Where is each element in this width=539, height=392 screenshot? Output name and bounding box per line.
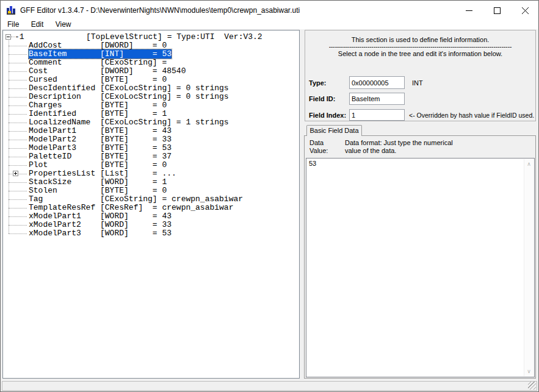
selected-tree-node-text: BaseItem [INT] = 53 xyxy=(29,49,172,59)
tree-node-stolen[interactable]: Stolen [BYTE] = 0 xyxy=(29,187,167,195)
data-value-textarea[interactable]: 53 ∧ ∨ xyxy=(306,158,535,377)
tree-node-templateresref[interactable]: TemplateResRef [CResRef] = crewpn_asabiw… xyxy=(29,204,233,212)
minimize-button[interactable] xyxy=(455,1,483,20)
tree-node-localizedname[interactable]: LocalizedName [CExoLocString] = 1 string… xyxy=(29,118,229,127)
tree-node-modelpart2[interactable]: ModelPart2 [BYTE] = 33 xyxy=(29,135,172,144)
tree-node-xmodelpart2[interactable]: xModelPart2 [WORD] = 33 xyxy=(29,221,172,229)
menu-file[interactable]: File xyxy=(2,20,24,29)
window-title: GFF Editor v1.3.4.7 - D:\NeverwinterNigh… xyxy=(20,6,300,15)
tree-node-description[interactable]: Description [CExoLocString] = 0 strings xyxy=(29,93,229,101)
tree-node-descidentified[interactable]: DescIdentified [CExoLocString] = 0 strin… xyxy=(29,84,229,93)
tree-node-xmodelpart3[interactable]: xModelPart3 [WORD] = 53 xyxy=(29,229,172,238)
menu-edit[interactable]: Edit xyxy=(26,20,49,29)
menu-view[interactable]: View xyxy=(51,20,76,29)
type-input[interactable] xyxy=(349,76,405,89)
dashed-separator: ----------------------------------------… xyxy=(329,44,512,50)
title-bar: GFF Editor v1.3.4.7 - D:\NeverwinterNigh… xyxy=(1,1,538,20)
tree-node-addcost[interactable]: AddCost [DWORD] = 0 xyxy=(29,41,167,50)
gff-tree-panel: -1 [TopLevelStruct] = Type:UTI Ver:V3.2A… xyxy=(2,30,300,379)
type-name-text: INT xyxy=(412,79,423,87)
tree-node-modelpart3[interactable]: ModelPart3 [BYTE] = 53 xyxy=(29,144,172,152)
expand-icon[interactable] xyxy=(13,171,18,176)
maximize-button[interactable] xyxy=(483,1,511,20)
tree-node-charges[interactable]: Charges [BYTE] = 0 xyxy=(29,101,167,110)
info-line-1: This section is used to define field inf… xyxy=(305,36,535,43)
tree-node-stacksize[interactable]: StackSize [WORD] = 1 xyxy=(29,178,167,187)
tab-basic-field-data[interactable]: Basic Field Data xyxy=(306,125,362,136)
tree-node-comment[interactable]: Comment [CExoString] = xyxy=(29,59,172,67)
vertical-scrollbar[interactable]: ∧ ∨ xyxy=(524,159,534,376)
tree-node-baseitem[interactable]: BaseItem [INT] = 53 xyxy=(29,50,172,59)
field-id-label: Field ID: xyxy=(309,95,335,102)
field-index-input[interactable] xyxy=(349,109,405,121)
type-label: Type: xyxy=(309,79,327,87)
scroll-down-icon[interactable]: ∨ xyxy=(524,368,534,374)
app-icon xyxy=(6,5,16,15)
basic-field-data-page: Data Value: Data format: Just type the n… xyxy=(304,135,536,379)
tree-node-xmodelpart1[interactable]: xModelPart1 [WORD] = 43 xyxy=(29,212,172,221)
tree-node-tag[interactable]: Tag [CExoString] = crewpn_asabiwar xyxy=(29,195,243,204)
collapse-icon[interactable] xyxy=(5,34,11,40)
tree-node-modelpart1[interactable]: ModelPart1 [BYTE] = 43 xyxy=(29,127,172,135)
menu-bar: File Edit View xyxy=(1,20,538,29)
tree-connector-line xyxy=(9,40,9,233)
field-id-input[interactable] xyxy=(349,93,405,105)
field-index-label: Field Index: xyxy=(309,112,346,119)
tree-node-plot[interactable]: Plot [BYTE] = 0 xyxy=(29,161,167,169)
field-info-groupbox: This section is used to define field inf… xyxy=(305,30,536,121)
tree-node-cost[interactable]: Cost [DWORD] = 48540 xyxy=(29,67,186,76)
tree-node-paletteid[interactable]: PaletteID [BYTE] = 37 xyxy=(29,152,172,161)
tree-node-propertieslist[interactable]: PropertiesList [List] = ... xyxy=(29,169,176,178)
data-format-hint: Data format: Just type the numerical val… xyxy=(345,139,453,155)
tree-node-neg1[interactable]: -1 [TopLevelStruct] = Type:UTI Ver:V3.2 xyxy=(15,33,262,41)
data-value-label: Data Value: xyxy=(309,139,328,155)
resize-grip[interactable] xyxy=(528,382,536,390)
app-window: GFF Editor v1.3.4.7 - D:\NeverwinterNigh… xyxy=(0,0,539,392)
tree-node-cursed[interactable]: Cursed [BYTE] = 0 xyxy=(29,76,167,84)
scroll-up-icon[interactable]: ∧ xyxy=(524,161,534,167)
close-button[interactable] xyxy=(511,1,539,20)
info-line-2: Select a node in the tree and edit it's … xyxy=(305,50,535,57)
tree-node-identified[interactable]: Identified [BYTE] = 1 xyxy=(29,110,167,118)
field-index-hint: <- Overridden by hash value if FieldID u… xyxy=(409,112,534,119)
status-bar xyxy=(2,381,537,391)
data-value-text: 53 xyxy=(309,160,316,167)
